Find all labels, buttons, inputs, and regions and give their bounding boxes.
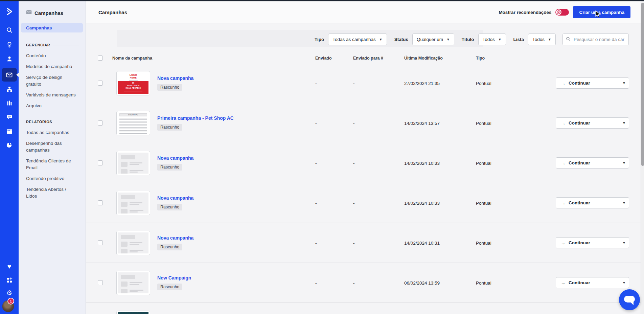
automations-sitemap-icon[interactable] xyxy=(2,83,17,96)
filter-title-select[interactable]: Todos▼ xyxy=(478,33,506,45)
table-row: Nova campanha Rascunho - - 14/02/2024 10… xyxy=(86,223,641,263)
row-checkbox[interactable] xyxy=(98,200,103,205)
envelope-icon xyxy=(26,10,32,16)
settings-gear-icon[interactable]: ⚙ xyxy=(2,286,17,299)
apps-grid-icon[interactable] xyxy=(2,273,17,287)
thumbnail-logo-mark: ≫ xyxy=(121,313,125,314)
table-row: LOGOHERE✉VERIFY YOUREMAIL ADDRESS Nova c… xyxy=(86,63,641,103)
search-icon xyxy=(566,37,571,43)
row-checkbox[interactable] xyxy=(98,280,103,285)
campaign-name-link[interactable]: Nova campanha xyxy=(157,235,193,241)
sent-to-value: - xyxy=(353,161,355,166)
continue-split-button[interactable]: → Continuar ▼ xyxy=(556,277,629,288)
sidebar-item-servi-o-de-design-gratuito[interactable]: Serviço de design gratuito xyxy=(19,74,86,88)
status-badge: Rascunho xyxy=(157,284,182,290)
sidebar-item-modelos-de-campanha[interactable]: Modelos de campanha xyxy=(19,63,86,70)
continue-split-button[interactable]: → Continuar ▼ xyxy=(556,197,629,208)
analytics-pie-icon[interactable] xyxy=(2,138,17,152)
browser-chrome-strip xyxy=(0,0,644,1)
sent-to-value: - xyxy=(353,201,355,206)
continue-dropdown-toggle[interactable]: ▼ xyxy=(619,118,629,128)
sidebar-item-conte-do[interactable]: Conteúdo xyxy=(19,52,86,59)
thumb-logo-area: LOGOHERE xyxy=(118,73,148,81)
sidebar-item-desempenho-das-campanhas[interactable]: Desempenho das campanhas xyxy=(19,140,86,154)
section-divider xyxy=(53,45,79,45)
status-badge: Rascunho xyxy=(157,84,182,91)
page-title: Campanhas xyxy=(98,9,127,15)
thumb-placeholder-bar xyxy=(121,195,135,199)
sidebar-item-tend-ncia-abertos-lidos[interactable]: Tendência Abertos / Lidos xyxy=(19,186,86,200)
notification-badge[interactable]: 1 xyxy=(7,298,14,305)
sidebar-item-campanhas-active[interactable]: Campanhas xyxy=(21,23,83,32)
filter-status-select[interactable]: Qualquer um▼ xyxy=(412,33,454,45)
continue-split-button[interactable]: → Continuar ▼ xyxy=(556,117,629,129)
continue-dropdown-toggle[interactable]: ▼ xyxy=(619,198,629,208)
row-checkbox[interactable] xyxy=(98,240,103,245)
vertical-scrollbar[interactable] xyxy=(641,1,644,314)
sent-value: - xyxy=(315,161,317,166)
activecampaign-logo-icon[interactable] xyxy=(2,5,17,18)
column-header-name: Nome da campanha xyxy=(112,56,152,61)
scrollbar-thumb[interactable] xyxy=(641,3,644,166)
last-modified-value: 14/02/2024 10:31 xyxy=(404,241,440,246)
continue-split-button[interactable]: → Continuar ▼ xyxy=(556,157,629,169)
type-value: Pontual xyxy=(476,241,491,246)
table-row: ≫ → Continuar ▼ xyxy=(86,303,641,314)
thumb-placeholder-bar xyxy=(121,155,135,159)
campaign-name-link[interactable]: New Campaign xyxy=(157,275,191,281)
table-row: Nova campanha Rascunho - - 14/02/2024 10… xyxy=(86,143,641,183)
campaign-name-link[interactable]: Nova campanha xyxy=(157,195,193,201)
sidebar-item-conte-do-preditivo[interactable]: Conteúdo preditivo xyxy=(19,175,86,182)
campaign-thumbnail[interactable] xyxy=(116,191,150,215)
sent-to-value: - xyxy=(353,81,355,86)
favorites-heart-icon[interactable]: ♥ xyxy=(2,260,17,273)
forms-window-icon[interactable] xyxy=(2,125,17,138)
continue-dropdown-toggle[interactable]: ▼ xyxy=(619,277,629,288)
conversations-chat-icon[interactable] xyxy=(2,110,17,124)
search-icon[interactable] xyxy=(2,23,17,37)
campaign-name-link[interactable]: Nova campanha xyxy=(157,155,193,161)
continue-dropdown-toggle[interactable]: ▼ xyxy=(619,238,629,248)
campaigns-envelope-icon[interactable] xyxy=(2,68,17,82)
sidebar-item-todas-as-campanhas[interactable]: Todas as campanhas xyxy=(19,129,86,136)
filter-type-select[interactable]: Todas as campanhas▼ xyxy=(328,33,387,45)
campaign-thumbnail[interactable] xyxy=(116,151,150,175)
campaign-thumbnail[interactable]: ≫ xyxy=(116,311,150,314)
campaigns-table: Nome da campanha Enviado Enviado para # … xyxy=(86,53,641,314)
continue-split-button[interactable]: → Continuar ▼ xyxy=(556,237,629,248)
sent-value: - xyxy=(315,241,317,246)
campaign-name-link[interactable]: Nova campanha xyxy=(157,75,193,81)
campaign-thumbnail[interactable]: LOGOTIPO xyxy=(116,111,150,135)
recommendations-toggle[interactable] xyxy=(555,9,569,16)
reports-bars-icon[interactable] xyxy=(2,96,17,110)
continue-split-button[interactable]: → Continuar ▼ xyxy=(556,77,629,89)
row-checkbox[interactable] xyxy=(98,160,103,165)
filter-list-select[interactable]: Todos▼ xyxy=(528,33,556,45)
chat-bubble-tail xyxy=(630,302,634,305)
select-all-checkbox[interactable] xyxy=(98,55,103,61)
campaign-thumbnail[interactable] xyxy=(116,231,150,255)
sidebar-item-vari-veis-de-mensagens[interactable]: Variáveis de mensagens xyxy=(19,92,86,98)
contacts-icon[interactable] xyxy=(2,52,17,66)
ideas-lightbulb-icon[interactable] xyxy=(2,38,17,51)
campaign-thumbnail[interactable] xyxy=(116,271,150,295)
sidebar-item-tend-ncia-clientes-de-email[interactable]: Tendência Clientes de Email xyxy=(19,158,86,171)
sent-value: - xyxy=(315,201,317,206)
sidebar-item-arquivo[interactable]: Arquivo xyxy=(19,103,86,109)
campaign-name-link[interactable]: Primeira campanha - Pet Shop AC xyxy=(157,115,234,121)
continue-dropdown-toggle[interactable]: ▼ xyxy=(619,158,629,168)
status-badge: Rascunho xyxy=(157,204,182,210)
search-input[interactable] xyxy=(573,37,625,42)
sidebar-item-list: Todas as campanhasDesempenho das campanh… xyxy=(19,129,86,200)
create-campaign-button[interactable]: Criar uma campanha xyxy=(573,6,630,18)
row-checkbox[interactable] xyxy=(98,81,103,86)
last-modified-value: 14/02/2024 10:33 xyxy=(404,201,440,206)
row-checkbox[interactable] xyxy=(98,120,103,126)
continue-dropdown-toggle[interactable]: ▼ xyxy=(619,78,629,88)
table-header-row: Nome da campanha Enviado Enviado para # … xyxy=(86,53,641,63)
filter-toolbar: Tipo Todas as campanhas▼ Status Qualquer… xyxy=(86,29,641,48)
filter-status-label: Status xyxy=(394,37,408,42)
sent-value: - xyxy=(315,121,317,126)
chat-launcher-button[interactable] xyxy=(619,289,640,310)
campaign-thumbnail[interactable]: LOGOHERE✉VERIFY YOUREMAIL ADDRESS xyxy=(116,71,150,95)
